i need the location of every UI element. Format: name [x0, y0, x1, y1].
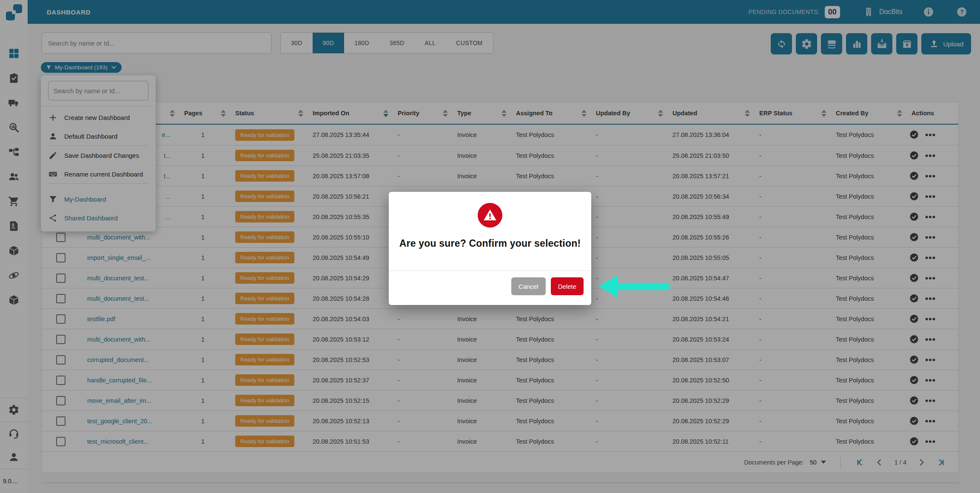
- annotation-arrow-icon: [598, 275, 669, 297]
- divider: [389, 271, 591, 271]
- confirm-delete-dialog: Are you sure? Confirm your selection! Ca…: [389, 192, 591, 305]
- confirm-message: Are you sure? Confirm your selection!: [389, 238, 591, 249]
- delete-button[interactable]: Delete: [551, 277, 584, 295]
- cancel-button[interactable]: Cancel: [511, 277, 546, 295]
- dashboard-page: $ 9.0.... DASHBOARD PENDING DOCUMENTS: 0…: [0, 0, 980, 493]
- warning-icon: [478, 203, 502, 228]
